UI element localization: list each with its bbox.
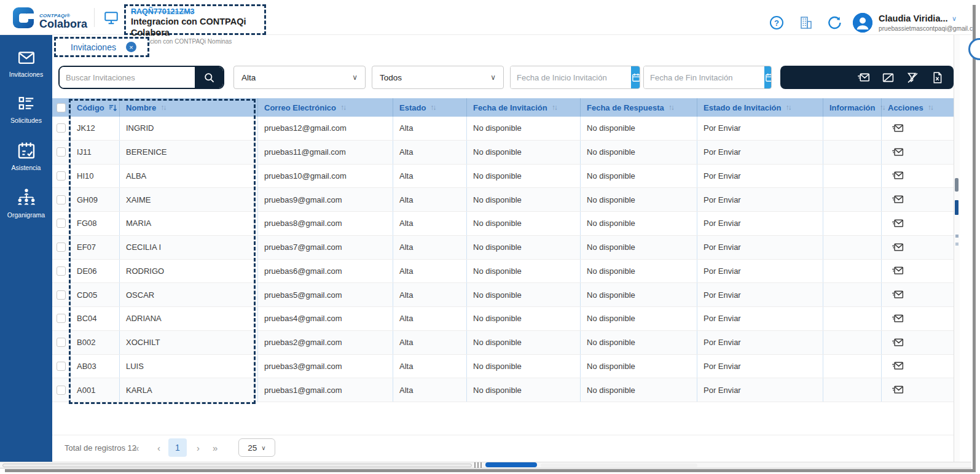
column-header-fecha-invitacion[interactable]: Fecha de Invitación ↑↓: [467, 98, 581, 117]
cell-acciones: [882, 117, 954, 140]
search-input[interactable]: [60, 67, 195, 88]
sort-icon: ↑↓: [160, 103, 165, 112]
send-invitation-icon[interactable]: [892, 146, 904, 158]
monitor-icon[interactable]: [103, 10, 120, 26]
page-size-select[interactable]: 25 ∨: [238, 438, 275, 457]
column-header-fecha-respuesta[interactable]: Fecha de Respuesta ↑↓: [581, 98, 697, 117]
sidebar-item-solicitudes[interactable]: Solicitudes: [0, 95, 52, 124]
row-checkbox[interactable]: [57, 338, 66, 347]
floating-button-partial[interactable]: [968, 38, 980, 60]
row-checkbox[interactable]: [57, 195, 66, 204]
row-checkbox[interactable]: [57, 171, 66, 181]
send-invitation-icon[interactable]: [892, 265, 904, 277]
splitter-grip[interactable]: [474, 462, 483, 468]
table-header: Código Nombre ↑↓ Correo Electrónico ↑↓ E…: [52, 98, 954, 117]
send-invitation-icon[interactable]: [892, 360, 904, 372]
horizontal-scrollbar-thumb[interactable]: [485, 462, 537, 467]
send-invitation-icon[interactable]: [892, 313, 904, 325]
row-checkbox[interactable]: [57, 266, 66, 276]
send-invitation-icon[interactable]: [892, 336, 904, 349]
tab-invitaciones[interactable]: Invitaciones ×: [56, 39, 147, 55]
column-header-estado-invitacion[interactable]: Estado de Invitación ↑↓: [697, 98, 823, 117]
sort-desc-icon: [108, 103, 117, 112]
row-checkbox[interactable]: [57, 243, 66, 252]
cell-nombre: RODRIGO: [120, 260, 258, 283]
pagination-current-page[interactable]: 1: [168, 438, 187, 457]
send-invitation-icon[interactable]: [892, 169, 904, 182]
cell-estado: Alta: [393, 307, 467, 330]
cell-codigo: IJ11: [71, 141, 120, 164]
row-checkbox[interactable]: [57, 290, 66, 300]
send-invitation-icon[interactable]: [892, 289, 904, 301]
total-records-label: Total de registros 12: [65, 443, 136, 453]
pagination-first-button[interactable]: «: [134, 443, 139, 453]
select-all-checkbox[interactable]: [57, 103, 66, 112]
row-checkbox[interactable]: [57, 147, 66, 157]
user-menu-chevron-icon[interactable]: ∨: [952, 15, 957, 23]
app-window: CONTPAQi® Colabora RAQÑ770121ZM3 Integra…: [0, 0, 980, 474]
clear-filters-icon[interactable]: [906, 71, 919, 84]
cancel-invitations-icon[interactable]: [882, 71, 895, 84]
cell-estado-invitacion: Por Enviar: [697, 117, 823, 140]
column-header-nombre[interactable]: Nombre ↑↓: [120, 98, 258, 117]
scope-filter-select[interactable]: Todos ∨: [372, 66, 504, 89]
sidebar-item-organigrama[interactable]: Organigrama: [0, 188, 52, 219]
refresh-icon[interactable]: [827, 15, 842, 30]
vertical-scrollbar-thumb[interactable]: [955, 178, 958, 192]
cell-correo: pruebas5@gmail.com: [258, 283, 393, 306]
send-invitations-icon[interactable]: [857, 71, 870, 84]
help-icon[interactable]: ?: [770, 16, 783, 29]
company-code: RAQÑ770121ZM3: [131, 7, 259, 16]
date-end-input[interactable]: [644, 66, 764, 88]
row-checkbox[interactable]: [57, 386, 66, 395]
row-checkbox[interactable]: [57, 219, 66, 228]
cell-fecha-invitacion: No disponible: [467, 236, 581, 259]
table-row: JK12 INGRID pruebas12@gmail.com Alta No …: [52, 117, 954, 141]
cell-fecha-invitacion: No disponible: [467, 307, 581, 330]
row-checkbox[interactable]: [57, 362, 66, 371]
send-invitation-icon[interactable]: [892, 193, 904, 206]
column-header-acciones[interactable]: Acciones ↑↓: [882, 98, 954, 117]
status-filter-select[interactable]: Alta ∨: [233, 66, 366, 89]
column-header-estado[interactable]: Estado ↑↓: [393, 98, 467, 117]
send-invitation-icon[interactable]: [892, 217, 904, 230]
pagination-prev-button[interactable]: ‹: [157, 443, 160, 453]
cell-estado: Alta: [393, 212, 467, 235]
table-body: JK12 INGRID pruebas12@gmail.com Alta No …: [52, 117, 954, 402]
company-building-icon[interactable]: [799, 15, 813, 30]
row-checkbox[interactable]: [57, 123, 66, 133]
export-excel-icon[interactable]: [931, 71, 944, 84]
sidebar-item-invitaciones[interactable]: Invitaciones: [0, 49, 52, 78]
send-invitation-icon[interactable]: [892, 384, 904, 396]
user-name[interactable]: Claudia Viridia...: [879, 14, 948, 23]
cell-estado-invitacion: Por Enviar: [697, 165, 823, 188]
calendar-icon[interactable]: [631, 66, 640, 88]
cell-fecha-invitacion: No disponible: [467, 283, 581, 306]
user-avatar[interactable]: [853, 13, 872, 33]
org-chart-icon: [16, 188, 37, 208]
calendar-icon[interactable]: [764, 66, 772, 88]
tab-close-icon[interactable]: ×: [126, 42, 136, 52]
column-header-codigo[interactable]: Código: [71, 98, 120, 117]
table-row: DE06 RODRIGO pruebas6@gmail.com Alta No …: [52, 260, 954, 284]
column-header-informacion[interactable]: Información ↑↓: [823, 98, 882, 117]
row-checkbox-cell: [52, 331, 71, 354]
pagination-next-button[interactable]: ›: [197, 443, 200, 453]
cell-nombre: INGRID: [120, 117, 258, 140]
cell-correo: pruebas8@gmail.com: [258, 212, 393, 235]
vertical-scrollbar-thumb[interactable]: [955, 200, 958, 215]
row-checkbox[interactable]: [57, 314, 66, 323]
send-invitation-icon[interactable]: [892, 122, 904, 134]
send-invitation-icon[interactable]: [892, 241, 904, 254]
search-button[interactable]: [195, 67, 223, 88]
pagination-last-button[interactable]: »: [213, 443, 218, 453]
cell-nombre: KARLA: [120, 378, 258, 402]
column-header-correo[interactable]: Correo Electrónico ↑↓: [258, 98, 393, 117]
cell-acciones: [882, 141, 954, 164]
date-start-input[interactable]: [511, 66, 631, 88]
sidebar-item-asistencia[interactable]: Asistencia: [0, 141, 52, 171]
cell-estado-invitacion: Por Enviar: [697, 141, 823, 164]
cell-codigo: GH09: [71, 188, 120, 211]
sidebar: Invitaciones Solicitudes Asistencia: [0, 35, 52, 462]
cell-acciones: [882, 378, 954, 402]
